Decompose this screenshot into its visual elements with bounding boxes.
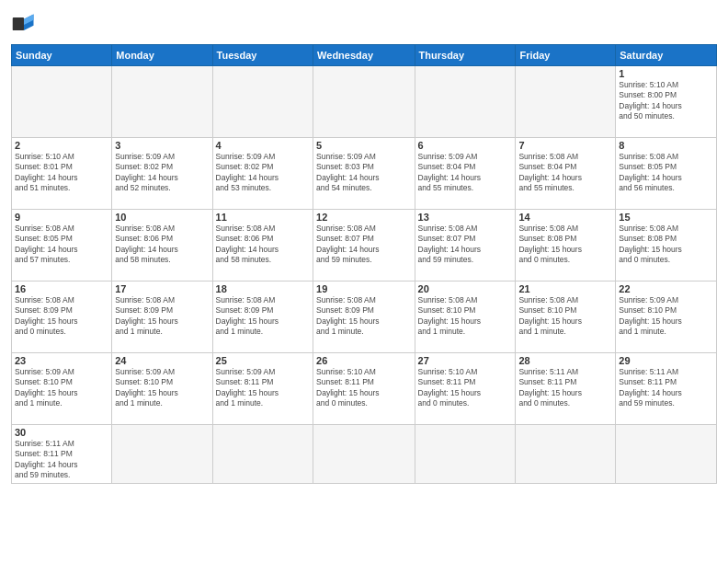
- calendar-cell: 16Sunrise: 5:08 AMSunset: 8:09 PMDayligh…: [12, 282, 112, 353]
- calendar-cell: [212, 66, 313, 138]
- calendar-cell: 21Sunrise: 5:08 AMSunset: 8:10 PMDayligh…: [516, 282, 616, 353]
- day-number: 20: [418, 283, 513, 294]
- calendar-cell: 4Sunrise: 5:09 AMSunset: 8:02 PMDaylight…: [212, 138, 313, 210]
- day-info: Sunrise: 5:08 AMSunset: 8:05 PMDaylight:…: [15, 224, 108, 266]
- calendar-header-friday: Friday: [516, 45, 616, 66]
- calendar-cell: [516, 66, 616, 138]
- day-number: 23: [15, 355, 108, 366]
- day-info: Sunrise: 5:08 AMSunset: 8:04 PMDaylight:…: [518, 152, 612, 194]
- day-number: 21: [518, 283, 612, 294]
- calendar-header-wednesday: Wednesday: [313, 45, 415, 66]
- day-number: 12: [316, 212, 411, 223]
- day-info: Sunrise: 5:10 AMSunset: 8:00 PMDaylight:…: [619, 80, 713, 122]
- calendar-cell: [415, 66, 516, 138]
- day-number: 30: [15, 427, 108, 438]
- svg-rect-0: [13, 17, 24, 30]
- day-info: Sunrise: 5:08 AMSunset: 8:07 PMDaylight:…: [316, 224, 411, 266]
- calendar-header-row: SundayMondayTuesdayWednesdayThursdayFrid…: [12, 45, 717, 66]
- day-info: Sunrise: 5:09 AMSunset: 8:03 PMDaylight:…: [316, 152, 411, 194]
- calendar-cell: 24Sunrise: 5:09 AMSunset: 8:10 PMDayligh…: [112, 353, 212, 425]
- calendar-week-2: 2Sunrise: 5:10 AMSunset: 8:01 PMDaylight…: [12, 138, 717, 210]
- logo: [11, 11, 40, 37]
- calendar-header-monday: Monday: [112, 45, 212, 66]
- day-info: Sunrise: 5:09 AMSunset: 8:11 PMDaylight:…: [216, 367, 310, 409]
- calendar-cell: 27Sunrise: 5:10 AMSunset: 8:11 PMDayligh…: [415, 353, 516, 425]
- calendar-cell: 6Sunrise: 5:09 AMSunset: 8:04 PMDaylight…: [415, 138, 516, 210]
- day-number: 9: [15, 212, 108, 223]
- calendar-week-1: 1Sunrise: 5:10 AMSunset: 8:00 PMDaylight…: [12, 66, 717, 138]
- day-number: 6: [418, 140, 513, 151]
- day-info: Sunrise: 5:09 AMSunset: 8:02 PMDaylight:…: [115, 152, 209, 194]
- calendar-cell: 11Sunrise: 5:08 AMSunset: 8:06 PMDayligh…: [212, 210, 313, 282]
- calendar-cell: [112, 425, 212, 484]
- calendar-cell: 20Sunrise: 5:08 AMSunset: 8:10 PMDayligh…: [415, 282, 516, 353]
- day-number: 11: [216, 212, 310, 223]
- day-info: Sunrise: 5:09 AMSunset: 8:10 PMDaylight:…: [619, 295, 713, 338]
- day-info: Sunrise: 5:08 AMSunset: 8:08 PMDaylight:…: [518, 224, 612, 266]
- calendar-cell: 17Sunrise: 5:08 AMSunset: 8:09 PMDayligh…: [112, 282, 212, 353]
- calendar-cell: [313, 66, 415, 138]
- calendar-cell: 29Sunrise: 5:11 AMSunset: 8:11 PMDayligh…: [616, 353, 717, 425]
- day-number: 27: [418, 355, 513, 366]
- day-number: 29: [619, 355, 713, 366]
- day-info: Sunrise: 5:08 AMSunset: 8:09 PMDaylight:…: [115, 295, 209, 338]
- calendar-cell: [516, 425, 616, 484]
- calendar-cell: 15Sunrise: 5:08 AMSunset: 8:08 PMDayligh…: [616, 210, 717, 282]
- calendar-cell: 10Sunrise: 5:08 AMSunset: 8:06 PMDayligh…: [112, 210, 212, 282]
- day-number: 15: [619, 212, 713, 223]
- calendar-header-tuesday: Tuesday: [212, 45, 313, 66]
- calendar-cell: [616, 425, 717, 484]
- day-number: 5: [316, 140, 411, 151]
- day-info: Sunrise: 5:11 AMSunset: 8:11 PMDaylight:…: [518, 367, 612, 409]
- day-info: Sunrise: 5:08 AMSunset: 8:07 PMDaylight:…: [418, 224, 513, 266]
- day-info: Sunrise: 5:10 AMSunset: 8:01 PMDaylight:…: [15, 152, 108, 194]
- day-info: Sunrise: 5:11 AMSunset: 8:11 PMDaylight:…: [15, 439, 108, 481]
- calendar-week-5: 23Sunrise: 5:09 AMSunset: 8:10 PMDayligh…: [12, 353, 717, 425]
- calendar-cell: 19Sunrise: 5:08 AMSunset: 8:09 PMDayligh…: [313, 282, 415, 353]
- calendar-table: SundayMondayTuesdayWednesdayThursdayFrid…: [11, 44, 717, 484]
- day-number: 2: [15, 140, 108, 151]
- calendar-cell: [313, 425, 415, 484]
- calendar-header-saturday: Saturday: [616, 45, 717, 66]
- day-info: Sunrise: 5:10 AMSunset: 8:11 PMDaylight:…: [418, 367, 513, 409]
- calendar-header-sunday: Sunday: [12, 45, 112, 66]
- calendar-cell: 25Sunrise: 5:09 AMSunset: 8:11 PMDayligh…: [212, 353, 313, 425]
- day-number: 28: [518, 355, 612, 366]
- calendar-cell: 9Sunrise: 5:08 AMSunset: 8:05 PMDaylight…: [12, 210, 112, 282]
- day-number: 26: [316, 355, 411, 366]
- calendar-header-thursday: Thursday: [415, 45, 516, 66]
- calendar-cell: [212, 425, 313, 484]
- calendar-cell: 23Sunrise: 5:09 AMSunset: 8:10 PMDayligh…: [12, 353, 112, 425]
- calendar-cell: 13Sunrise: 5:08 AMSunset: 8:07 PMDayligh…: [415, 210, 516, 282]
- day-info: Sunrise: 5:10 AMSunset: 8:11 PMDaylight:…: [316, 367, 411, 409]
- calendar-cell: 3Sunrise: 5:09 AMSunset: 8:02 PMDaylight…: [112, 138, 212, 210]
- calendar-cell: [112, 66, 212, 138]
- day-number: 24: [115, 355, 209, 366]
- calendar-cell: 1Sunrise: 5:10 AMSunset: 8:00 PMDaylight…: [616, 66, 717, 138]
- calendar-cell: [415, 425, 516, 484]
- day-number: 7: [518, 140, 612, 151]
- header: [11, 11, 717, 37]
- calendar-cell: 8Sunrise: 5:08 AMSunset: 8:05 PMDaylight…: [616, 138, 717, 210]
- calendar-cell: 5Sunrise: 5:09 AMSunset: 8:03 PMDaylight…: [313, 138, 415, 210]
- calendar-cell: 30Sunrise: 5:11 AMSunset: 8:11 PMDayligh…: [12, 425, 112, 484]
- day-info: Sunrise: 5:08 AMSunset: 8:06 PMDaylight:…: [115, 224, 209, 266]
- day-info: Sunrise: 5:08 AMSunset: 8:10 PMDaylight:…: [418, 295, 513, 338]
- day-info: Sunrise: 5:08 AMSunset: 8:09 PMDaylight:…: [15, 295, 108, 338]
- calendar-week-4: 16Sunrise: 5:08 AMSunset: 8:09 PMDayligh…: [12, 282, 717, 353]
- day-number: 25: [216, 355, 310, 366]
- calendar-cell: 14Sunrise: 5:08 AMSunset: 8:08 PMDayligh…: [516, 210, 616, 282]
- day-info: Sunrise: 5:08 AMSunset: 8:05 PMDaylight:…: [619, 152, 713, 194]
- day-number: 1: [619, 68, 713, 79]
- day-number: 8: [619, 140, 713, 151]
- calendar-cell: [12, 66, 112, 138]
- day-info: Sunrise: 5:11 AMSunset: 8:11 PMDaylight:…: [619, 367, 713, 409]
- calendar-cell: 2Sunrise: 5:10 AMSunset: 8:01 PMDaylight…: [12, 138, 112, 210]
- page: SundayMondayTuesdayWednesdayThursdayFrid…: [0, 0, 728, 563]
- day-number: 4: [216, 140, 310, 151]
- calendar-cell: 7Sunrise: 5:08 AMSunset: 8:04 PMDaylight…: [516, 138, 616, 210]
- day-info: Sunrise: 5:09 AMSunset: 8:10 PMDaylight:…: [15, 367, 108, 409]
- day-number: 22: [619, 283, 713, 294]
- generalblue-logo-icon: [11, 11, 37, 37]
- calendar-cell: 22Sunrise: 5:09 AMSunset: 8:10 PMDayligh…: [616, 282, 717, 353]
